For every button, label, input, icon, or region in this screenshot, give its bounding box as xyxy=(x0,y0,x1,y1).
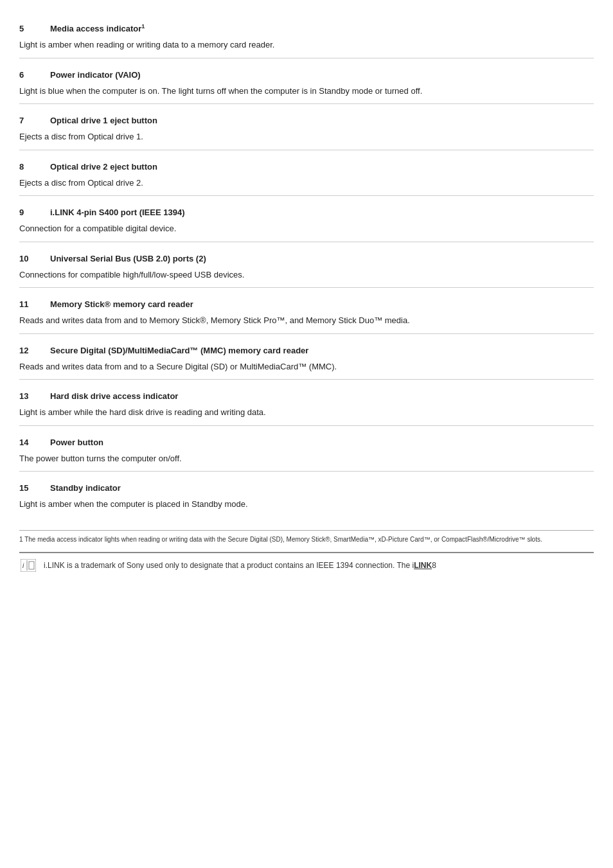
section-15-header: 15 Standby indicator xyxy=(19,483,594,493)
section-7-number: 7 xyxy=(19,116,50,125)
ilink-svg: i xyxy=(21,559,36,572)
section-13-number: 13 xyxy=(19,391,50,401)
section-6-number: 6 xyxy=(19,70,50,80)
footnote-text: 1 The media access indicator lights when… xyxy=(19,536,542,543)
section-7-header: 7 Optical drive 1 eject button xyxy=(19,116,594,125)
section-7: 7 Optical drive 1 eject button Ejects a … xyxy=(19,116,594,143)
section-13-body: Light is amber while the hard disk drive… xyxy=(19,406,594,419)
section-5-title: Media access indicator1 xyxy=(50,23,145,33)
section-13: 13 Hard disk drive access indicator Ligh… xyxy=(19,391,594,419)
section-15-number: 15 xyxy=(19,483,50,493)
divider-8-9 xyxy=(19,195,594,196)
section-9-number: 9 xyxy=(19,208,50,217)
section-8-title: Optical drive 2 eject button xyxy=(50,162,157,172)
section-9: 9 i.LINK 4-pin S400 port (IEEE 1394) Con… xyxy=(19,208,594,235)
section-10-title: Universal Serial Bus (USB 2.0) ports (2) xyxy=(50,254,206,263)
section-8-header: 8 Optical drive 2 eject button xyxy=(19,162,594,172)
section-5-number: 5 xyxy=(19,24,50,33)
section-12-number: 12 xyxy=(19,346,50,355)
section-7-body: Ejects a disc from Optical drive 1. xyxy=(19,130,594,143)
section-14-number: 14 xyxy=(19,438,50,447)
section-15-title: Standby indicator xyxy=(50,483,121,493)
section-14-title: Power button xyxy=(50,438,103,447)
section-11-title: Memory Stick® memory card reader xyxy=(50,299,193,309)
footer-bar: i i.LINK is a trademark of Sony used onl… xyxy=(19,552,594,572)
divider-14-15 xyxy=(19,471,594,472)
section-8-body: Ejects a disc from Optical drive 2. xyxy=(19,177,594,190)
section-12-body: Reads and writes data from and to a Secu… xyxy=(19,360,594,373)
section-14-body: The power button turns the computer on/o… xyxy=(19,452,594,465)
section-8: 8 Optical drive 2 eject button Ejects a … xyxy=(19,162,594,190)
divider-7-8 xyxy=(19,150,594,150)
section-11-number: 11 xyxy=(19,299,50,309)
divider-12-13 xyxy=(19,379,594,380)
section-6-header: 6 Power indicator (VAIO) xyxy=(19,70,594,80)
section-10-header: 10 Universal Serial Bus (USB 2.0) ports … xyxy=(19,254,594,263)
section-7-title: Optical drive 1 eject button xyxy=(50,116,157,125)
section-6: 6 Power indicator (VAIO) Light is blue w… xyxy=(19,70,594,98)
section-9-title: i.LINK 4-pin S400 port (IEEE 1394) xyxy=(50,208,185,217)
section-6-body: Light is blue when the computer is on. T… xyxy=(19,85,594,98)
divider-11-12 xyxy=(19,333,594,334)
footer-text: i.LINK is a trademark of Sony used only … xyxy=(44,561,436,570)
section-12-title: Secure Digital (SD)/MultiMediaCard™ (MMC… xyxy=(50,346,308,355)
section-14-header: 14 Power button xyxy=(19,438,594,447)
content-area: 5 Media access indicator1 Light is amber… xyxy=(19,23,594,572)
section-15: 15 Standby indicator Light is amber when… xyxy=(19,483,594,511)
section-15-body: Light is amber when the computer is plac… xyxy=(19,498,594,511)
ilink-icon: i xyxy=(19,558,37,572)
section-9-body: Connection for a compatible digital devi… xyxy=(19,222,594,235)
section-11-body: Reads and writes data from and to Memory… xyxy=(19,314,594,327)
section-11-header: 11 Memory Stick® memory card reader xyxy=(19,299,594,309)
divider-9-10 xyxy=(19,242,594,242)
section-10-number: 10 xyxy=(19,254,50,263)
section-8-number: 8 xyxy=(19,162,50,172)
section-5: 5 Media access indicator1 Light is amber… xyxy=(19,23,594,51)
divider-5-6 xyxy=(19,58,594,58)
section-10: 10 Universal Serial Bus (USB 2.0) ports … xyxy=(19,254,594,281)
section-12: 12 Secure Digital (SD)/MultiMediaCard™ (… xyxy=(19,346,594,373)
section-11: 11 Memory Stick® memory card reader Read… xyxy=(19,299,594,327)
divider-6-7 xyxy=(19,103,594,104)
section-13-title: Hard disk drive access indicator xyxy=(50,391,178,401)
section-13-header: 13 Hard disk drive access indicator xyxy=(19,391,594,401)
footnote-area: 1 The media access indicator lights when… xyxy=(19,530,594,544)
section-6-title: Power indicator (VAIO) xyxy=(50,70,141,80)
section-5-body: Light is amber when reading or writing d… xyxy=(19,39,594,51)
divider-13-14 xyxy=(19,425,594,426)
section-10-body: Connections for compatible high/full/low… xyxy=(19,269,594,281)
section-14: 14 Power button The power button turns t… xyxy=(19,438,594,465)
divider-10-11 xyxy=(19,287,594,288)
section-12-header: 12 Secure Digital (SD)/MultiMediaCard™ (… xyxy=(19,346,594,355)
section-5-header: 5 Media access indicator1 xyxy=(19,23,594,33)
section-9-header: 9 i.LINK 4-pin S400 port (IEEE 1394) xyxy=(19,208,594,217)
